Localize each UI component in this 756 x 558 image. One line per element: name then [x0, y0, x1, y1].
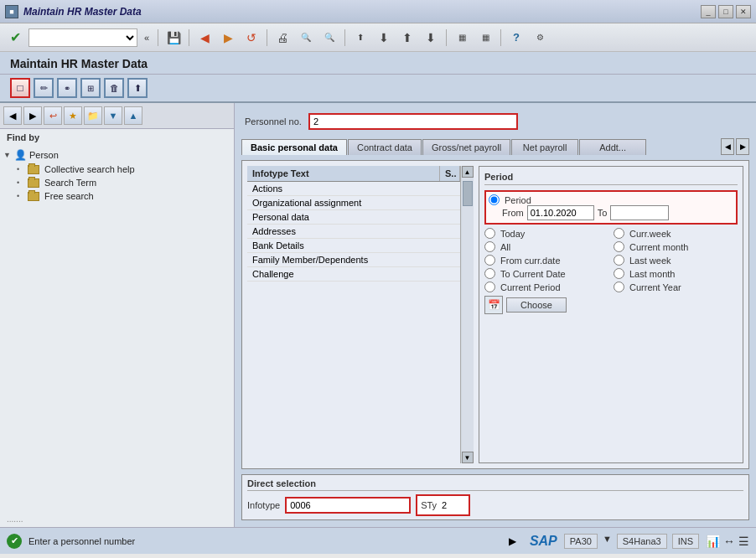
list-icon[interactable]: ☰ [738, 535, 749, 548]
tocurrdate-radio-row: To Current Date [484, 268, 608, 279]
currweek-radio[interactable] [614, 228, 624, 239]
nav-down-btn[interactable]: ▼ [104, 106, 122, 125]
org-btn[interactable]: ⬆ [127, 78, 148, 98]
tree-item-free[interactable]: • Free search [17, 189, 230, 203]
separator-6 [500, 29, 501, 46]
tab-basic[interactable]: Basic personal data [241, 139, 347, 155]
expand-btn[interactable]: ⬆ [350, 28, 370, 48]
nav-prev-btn[interactable]: « [141, 28, 153, 47]
scroll-up-btn[interactable]: ▲ [462, 166, 474, 178]
tree-area: ▼ 👤 Person • Collective search help • Se… [0, 146, 234, 204]
tab-contract[interactable]: Contract data [348, 139, 422, 155]
overview-btn[interactable]: ⊞ [80, 78, 101, 98]
tree-root[interactable]: ▼ 👤 Person [3, 147, 230, 163]
currentmonth-radio[interactable] [614, 241, 624, 252]
find2-btn[interactable]: 🔍 [319, 28, 339, 48]
tab-addt[interactable]: Addt... [579, 139, 646, 155]
find-by-label: Find by [0, 129, 234, 146]
tocurrdate-radio[interactable] [484, 268, 495, 279]
page-header: Maintain HR Master Data [0, 52, 756, 75]
to-label: To [598, 208, 608, 218]
table-row[interactable]: Addresses [247, 225, 460, 239]
direct-selection-row: Infotype STy [247, 494, 743, 516]
personnel-input[interactable] [308, 113, 518, 130]
all-radio-row: All [484, 241, 608, 252]
table-row[interactable]: Family Member/Dependents [247, 253, 460, 267]
display-btn[interactable]: □ [10, 78, 30, 98]
currentyear-radio-row: Current Year [614, 282, 738, 292]
radio-grid: Today Curr.week All Current month [484, 228, 738, 292]
table-row[interactable]: Bank Details [247, 239, 460, 253]
table-row[interactable]: Actions [247, 182, 460, 196]
sty-input[interactable] [440, 498, 465, 513]
currentperiod-radio[interactable] [484, 282, 495, 292]
fromcurrdate-radio[interactable] [484, 255, 495, 266]
change-btn[interactable]: ✏ [34, 78, 54, 98]
status-bar: ✔ Enter a personnel number ▶ SAP PA30 ▼ … [0, 527, 756, 554]
lastweek-radio[interactable] [614, 255, 624, 266]
action-toolbar: □ ✏ ⚭ ⊞ 🗑 ⬆ [0, 75, 756, 103]
minimize-btn[interactable]: _ [701, 5, 716, 18]
table-row[interactable]: Personal data [247, 210, 460, 225]
nav-back-btn[interactable]: ◀ [3, 106, 22, 125]
print-btn[interactable]: 🖨 [272, 28, 293, 48]
close-btn[interactable]: ✕ [736, 5, 751, 18]
copy-record-btn[interactable]: ⚭ [57, 78, 77, 98]
period-radio[interactable] [489, 194, 500, 205]
maximize-btn[interactable]: □ [718, 5, 733, 18]
infotype-input[interactable] [285, 497, 411, 514]
chart-icon[interactable]: 📊 [706, 535, 720, 548]
all-radio[interactable] [484, 241, 495, 252]
back-btn[interactable]: ◀ [194, 28, 215, 48]
settings-btn[interactable]: ⚙ [530, 28, 550, 48]
green-check-btn[interactable]: ✔ [5, 28, 25, 48]
nav-save-btn[interactable]: 📁 [84, 106, 102, 125]
tab-nav-right[interactable]: ▶ [736, 138, 749, 155]
tabs-container: Basic personal data Contract data Gross/… [241, 139, 646, 155]
arrow-icon[interactable]: ↔ [723, 535, 735, 548]
currentperiod-label: Current Period [500, 282, 561, 292]
tab-net[interactable]: Net payroll [511, 139, 578, 155]
nav-fwd-btn[interactable]: ▶ [23, 106, 42, 125]
find-btn[interactable]: 🔍 [296, 28, 316, 48]
main-toolbar: ✔ « 💾 ◀ ▶ ↺ 🖨 🔍 🔍 ⬆ ⬇ ⬆ ⬇ ▦ ▦ ? ⚙ [0, 23, 756, 52]
refresh-btn[interactable]: ↺ [241, 28, 261, 48]
save-btn[interactable]: 💾 [163, 28, 184, 48]
expand2-btn[interactable]: ⬇ [374, 28, 394, 48]
layout1-btn[interactable]: ▦ [452, 28, 472, 48]
tree-item-collective[interactable]: • Collective search help [17, 163, 230, 176]
scroll-down-btn[interactable]: ▼ [462, 452, 474, 463]
delete-record-btn[interactable]: 🗑 [104, 78, 124, 98]
tab-nav-left[interactable]: ◀ [721, 138, 734, 155]
expand3-btn[interactable]: ⬆ [397, 28, 417, 48]
play-icon[interactable]: ▶ [509, 535, 516, 547]
forward-btn[interactable]: ▶ [218, 28, 238, 48]
expand4-btn[interactable]: ⬇ [421, 28, 441, 48]
lastmonth-label: Last month [629, 269, 675, 279]
left-panel-dots: ....... [0, 511, 234, 527]
table-row[interactable]: Challenge [247, 267, 460, 282]
table-row[interactable]: Organizational assignment [247, 196, 460, 210]
nav-fav-btn[interactable]: ★ [64, 106, 82, 125]
currentyear-radio[interactable] [614, 282, 624, 292]
period-title: Period [484, 172, 738, 185]
nav-up-btn[interactable]: ▲ [124, 106, 142, 125]
layout2-btn[interactable]: ▦ [475, 28, 495, 48]
today-radio[interactable] [484, 228, 495, 239]
calendar-icon-btn[interactable]: 📅 [484, 296, 503, 314]
tab-gross[interactable]: Gross/net payroll [422, 139, 510, 155]
choose-button[interactable]: Choose [506, 297, 567, 313]
tree-item-search[interactable]: • Search Term [17, 176, 230, 189]
lastmonth-radio[interactable] [614, 268, 624, 279]
currweek-radio-row: Curr.week [614, 228, 738, 239]
table-scroll: Actions Organizational assignment Person… [247, 182, 460, 282]
from-date-input[interactable] [527, 205, 594, 220]
command-combo[interactable] [28, 28, 137, 47]
table-scrollbar[interactable]: ▲ ▼ [460, 166, 474, 463]
nav-hist-btn[interactable]: ↩ [44, 106, 62, 125]
help-btn[interactable]: ? [506, 28, 526, 48]
window-controls[interactable]: _ □ ✕ [701, 5, 751, 18]
tocurrdate-label: To Current Date [500, 269, 566, 279]
left-panel: ◀ ▶ ↩ ★ 📁 ▼ ▲ Find by ▼ 👤 Person • Colle… [0, 103, 235, 527]
to-date-input[interactable] [610, 205, 669, 220]
